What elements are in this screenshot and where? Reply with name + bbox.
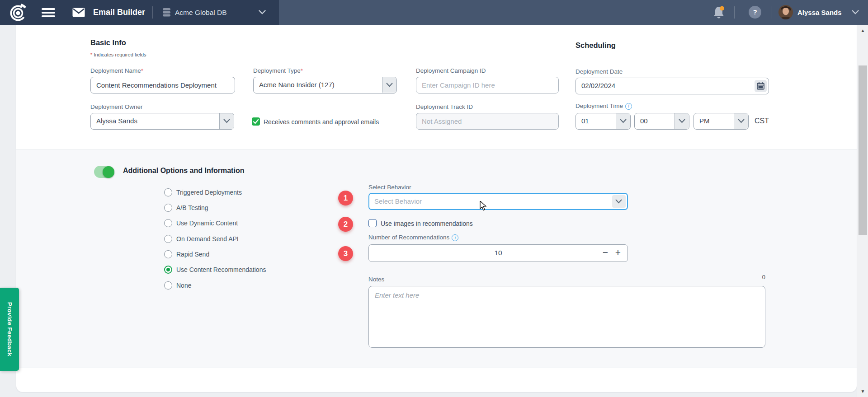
time-minute-value: 00	[640, 113, 648, 129]
step-badge-1: 1	[338, 191, 353, 206]
app-title: Email Builder	[93, 0, 145, 25]
deployment-owner-chevron-down-icon[interactable]	[219, 113, 234, 129]
select-behavior-placeholder: Select Behavior	[374, 194, 422, 209]
user-menu-chevron-down-icon[interactable]	[852, 10, 859, 14]
database-chevron-down-icon[interactable]	[259, 10, 266, 14]
basic-info-heading: Basic Info	[90, 38, 126, 47]
deployment-campaign-id-input[interactable]	[416, 77, 559, 93]
receives-emails-label: Receives comments and approval emails	[264, 118, 379, 126]
menu-hamburger-icon[interactable]	[42, 8, 55, 17]
deployment-owner-select[interactable]: Alyssa Sands	[90, 113, 234, 130]
deployment-type-chevron-down-icon[interactable]	[382, 77, 396, 93]
deployment-type-label: Deployment Type*	[253, 67, 303, 74]
deployment-owner-label: Deployment Owner	[90, 103, 143, 110]
calendar-icon[interactable]	[755, 80, 767, 92]
select-behavior-dropdown[interactable]: Select Behavior	[368, 193, 628, 210]
scrollbar-down-arrow[interactable]: ▼	[857, 389, 868, 394]
time-minute-select[interactable]: 00	[634, 113, 689, 130]
topbar-divider	[152, 6, 153, 19]
scrollbar-up-arrow[interactable]: ▲	[857, 28, 868, 33]
scheduling-heading: Scheduling	[576, 41, 616, 50]
increment-button[interactable]: +	[612, 245, 624, 261]
use-images-checkbox[interactable]	[368, 219, 377, 227]
number-of-recommendations-label: Number of Recommendationsi	[368, 234, 458, 241]
deployment-track-id-label: Deployment Track ID	[416, 103, 473, 110]
provide-feedback-label: Provide Feedback	[6, 302, 13, 356]
topbar-divider	[772, 6, 772, 19]
notes-character-count: 0	[368, 274, 765, 280]
deployment-type-select[interactable]: Acme Nano Insider (127)	[253, 77, 397, 93]
time-meridiem-select[interactable]: PM	[693, 113, 749, 130]
deployment-date-label: Deployment Date	[576, 68, 623, 75]
number-of-recommendations-stepper[interactable]: 10 − +	[368, 244, 628, 262]
topbar-divider	[734, 6, 735, 19]
notifications-bell-icon[interactable]	[711, 5, 726, 20]
additional-options-toggle[interactable]	[94, 166, 114, 178]
help-icon[interactable]: ?	[749, 6, 761, 19]
time-minute-chevron-down-icon[interactable]	[675, 113, 689, 129]
deployment-date-value: 02/02/2024	[581, 78, 615, 93]
radio-circle-icon[interactable]	[164, 204, 172, 212]
time-info-icon[interactable]: i	[625, 103, 632, 110]
radio-circle-icon[interactable]	[164, 188, 172, 196]
radio-selected-icon[interactable]	[164, 266, 172, 274]
notes-textarea[interactable]	[368, 286, 765, 348]
step-badge-3: 3	[338, 246, 353, 261]
radio-circle-icon[interactable]	[164, 281, 172, 290]
deployment-campaign-id-label: Deployment Campaign ID	[416, 67, 486, 74]
deployment-form-card: Basic Info * Indicates required fields D…	[16, 25, 857, 392]
page-background: Basic Info * Indicates required fields D…	[0, 25, 868, 397]
recommendations-count-value[interactable]: 10	[369, 245, 627, 261]
database-selector[interactable]: Acme Global DB	[175, 0, 227, 25]
top-navigation-bar: Email Builder Acme Global DB ? Alyssa Sa…	[0, 0, 868, 25]
scrollbar-thumb[interactable]	[859, 65, 867, 235]
database-icon	[163, 8, 170, 17]
user-name[interactable]: Alyssa Sands	[797, 0, 842, 25]
timezone-label: CST	[755, 117, 769, 125]
receives-emails-checkbox[interactable]	[252, 117, 260, 126]
deployment-track-id-input	[416, 113, 559, 130]
email-builder-icon	[72, 8, 85, 17]
user-avatar[interactable]	[778, 5, 793, 19]
provide-feedback-tab[interactable]: Provide Feedback	[0, 288, 19, 371]
additional-options-heading: Additional Options and Information	[123, 167, 244, 175]
vertical-scrollbar[interactable]: ▲ ▼	[857, 25, 868, 397]
app-logo-icon[interactable]	[8, 3, 28, 23]
time-meridiem-value: PM	[699, 113, 710, 129]
use-images-label: Use images in recommendations	[381, 220, 473, 227]
deployment-type-value: Acme Nano Insider (127)	[259, 77, 335, 93]
deployment-name-input[interactable]	[90, 77, 235, 93]
decrement-button[interactable]: −	[599, 245, 611, 261]
time-hour-chevron-down-icon[interactable]	[616, 113, 630, 129]
required-asterisk: *	[90, 52, 92, 57]
radio-circle-icon[interactable]	[164, 250, 172, 258]
radio-circle-icon[interactable]	[164, 235, 172, 243]
deployment-time-label: Deployment Timei	[576, 103, 632, 110]
time-hour-value: 01	[581, 113, 589, 129]
deployment-owner-value: Alyssa Sands	[96, 113, 137, 129]
required-fields-note: * Indicates required fields	[90, 52, 146, 57]
deployment-name-label: Deployment Name*	[90, 67, 143, 74]
deployment-date-input[interactable]: 02/02/2024	[576, 78, 769, 94]
select-behavior-label: Select Behavior	[368, 184, 411, 191]
step-badge-2: 2	[338, 217, 353, 232]
time-meridiem-chevron-down-icon[interactable]	[734, 113, 748, 129]
recommendations-info-icon[interactable]: i	[452, 234, 458, 241]
time-hour-select[interactable]: 01	[576, 113, 631, 130]
select-behavior-chevron-down-icon[interactable]	[612, 195, 626, 208]
radio-circle-icon[interactable]	[164, 219, 172, 227]
